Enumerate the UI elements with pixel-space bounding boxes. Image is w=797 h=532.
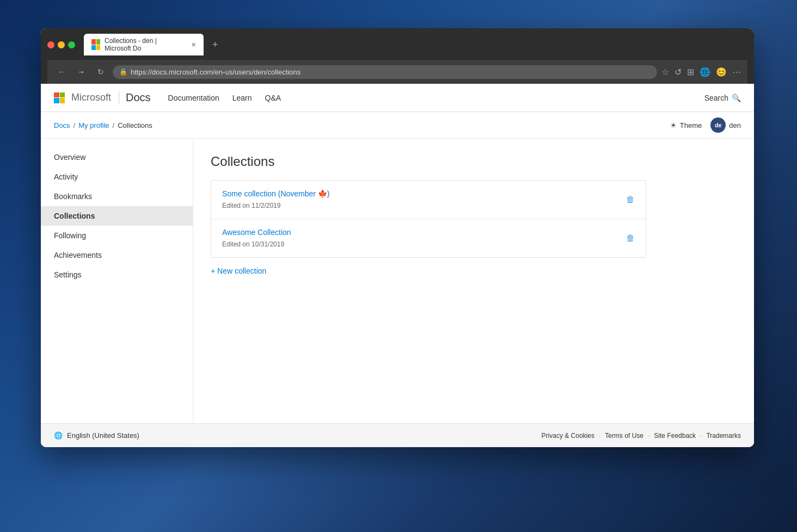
tab-title: Collections - den | Microsoft Do [105,37,185,52]
collection-info-1: Awesome Collection Edited on 10/31/2019 [222,228,291,249]
toolbar-actions: ☆ ↺ ⊞ 🌐 😊 ⋯ [661,67,741,77]
footer-locale: 🌐 English (United States) [54,431,139,440]
theme-label: Theme [680,121,702,129]
breadcrumb-my-profile[interactable]: My profile [78,121,109,129]
browser-titlebar: Collections - den | Microsoft Do ✕ + [47,34,747,55]
star-icon[interactable]: ☆ [661,67,669,77]
footer-feedback[interactable]: Site Feedback [654,432,696,440]
search-label: Search [704,94,728,102]
delete-button-1[interactable]: 🗑 [626,233,635,243]
globe-icon: 🌐 [54,431,63,440]
main-layout: Overview Activity Bookmarks Collections … [41,139,754,423]
footer-trademarks[interactable]: Trademarks [706,432,741,440]
address-text: https://docs.microsoft.com/en-us/users/d… [131,68,301,76]
breadcrumb: Docs / My profile / Collections [54,121,152,129]
sidebar-item-settings[interactable]: Settings [41,265,193,284]
site-footer: 🌐 English (United States) Privacy & Cook… [41,423,754,447]
address-bar[interactable]: 🔒 https://docs.microsoft.com/en-us/users… [113,65,657,79]
theme-button[interactable]: ☀ Theme [670,121,702,129]
sidebar-item-collections[interactable]: Collections [41,206,193,226]
sidebar-item-achievements[interactable]: Achievements [41,245,193,265]
locale-text: English (United States) [67,431,139,440]
refresh-icon[interactable]: ↺ [675,67,682,77]
browser-tab[interactable]: Collections - den | Microsoft Do ✕ [84,34,204,55]
breadcrumb-sep-1: / [73,121,76,129]
forward-button[interactable]: → [73,64,89,79]
breadcrumb-actions: ☀ Theme de den [670,117,741,133]
maximize-traffic-light[interactable] [68,41,75,48]
footer-terms[interactable]: Terms of Use [605,432,643,440]
browser-chrome: Collections - den | Microsoft Do ✕ + ← →… [41,28,754,84]
sun-icon: ☀ [670,121,677,129]
browser-window: Collections - den | Microsoft Do ✕ + ← →… [41,28,754,447]
search-button[interactable]: Search 🔍 [704,94,741,102]
sidebar-item-bookmarks[interactable]: Bookmarks [41,187,193,206]
avatar: de [710,117,726,133]
collection-date-0: Edited on 11/2/2019 [222,202,280,209]
profile-icon[interactable]: 🌐 [700,67,710,77]
site-logo: Microsoft Docs [54,91,151,104]
sidebar-item-following[interactable]: Following [41,226,193,245]
reload-button[interactable]: ↻ [93,64,108,79]
collections-list: Some collection (November 🍁) Edited on 1… [211,180,646,258]
back-button[interactable]: ← [54,64,69,79]
user-name: den [729,121,741,129]
collection-item-0: Some collection (November 🍁) Edited on 1… [211,181,646,219]
footer-links: Privacy & Cookies · Terms of Use · Site … [542,432,741,440]
breadcrumb-sep-2: / [113,121,115,129]
tab-close-button[interactable]: ✕ [191,41,196,48]
page-content: Microsoft Docs Documentation Learn Q&A S… [41,84,754,447]
footer-privacy[interactable]: Privacy & Cookies [542,432,594,440]
browser-toolbar: ← → ↻ 🔒 https://docs.microsoft.com/en-us… [47,60,747,84]
emoji-icon[interactable]: 😊 [716,67,727,77]
collection-date-1: Edited on 10/31/2019 [222,240,284,248]
minimize-traffic-light[interactable] [58,41,65,48]
microsoft-logo [54,92,65,103]
new-tab-button[interactable]: + [208,37,223,53]
breadcrumb-bar: Docs / My profile / Collections ☀ Theme … [41,112,754,139]
page-title: Collections [211,154,737,169]
nav-learn[interactable]: Learn [232,94,252,102]
menu-icon[interactable]: ⋯ [732,67,741,77]
breadcrumb-current: Collections [118,121,152,129]
site-header: Microsoft Docs Documentation Learn Q&A S… [41,84,754,112]
sidebar-item-overview[interactable]: Overview [41,147,193,167]
traffic-lights [47,41,75,48]
user-info[interactable]: de den [710,117,741,133]
main-content: Collections Some collection (November 🍁)… [193,139,754,423]
sidebar: Overview Activity Bookmarks Collections … [41,139,193,423]
collection-item-1: Awesome Collection Edited on 10/31/2019 … [211,219,646,257]
site-nav: Documentation Learn Q&A [168,94,704,102]
collection-name-1[interactable]: Awesome Collection [222,228,291,237]
close-traffic-light[interactable] [47,41,54,48]
delete-button-0[interactable]: 🗑 [626,195,635,205]
nav-qa[interactable]: Q&A [265,94,281,102]
nav-documentation[interactable]: Documentation [168,94,219,102]
sidebar-item-activity[interactable]: Activity [41,167,193,187]
lock-icon: 🔒 [119,68,127,76]
site-name: Docs [119,91,151,104]
favorites-icon[interactable]: ⊞ [687,67,694,77]
new-collection-button[interactable]: + New collection [211,267,737,275]
tab-favicon [91,40,100,49]
collection-info-0: Some collection (November 🍁) Edited on 1… [222,189,330,210]
breadcrumb-docs[interactable]: Docs [54,121,70,129]
collection-name-0[interactable]: Some collection (November 🍁) [222,189,330,198]
search-icon: 🔍 [732,94,741,102]
